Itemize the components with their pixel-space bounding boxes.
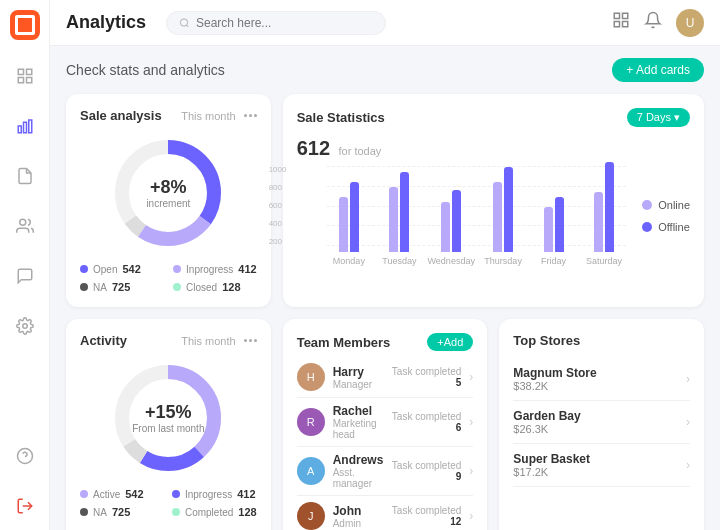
bar-wednesday-online — [441, 202, 450, 252]
legend-offline-label: Offline — [658, 221, 690, 233]
activity-donut-label: +15% From last month — [132, 402, 204, 434]
avatar-andrews: A — [297, 457, 325, 485]
stat-na: NA 725 — [80, 281, 163, 293]
sidebar-item-help[interactable] — [11, 442, 39, 470]
chevron-garden[interactable]: › — [686, 415, 690, 429]
window-icon[interactable] — [612, 11, 630, 34]
avatar-rachel: R — [297, 408, 325, 436]
sidebar-item-logout[interactable] — [11, 492, 39, 520]
activity-dots[interactable] — [244, 339, 257, 342]
member-info-harry: Harry Manager — [333, 365, 384, 390]
sidebar-item-messages[interactable] — [11, 262, 39, 290]
stat-inprogress-value: 412 — [238, 263, 256, 275]
legend-online-dot — [642, 200, 652, 210]
member-role-john: Admin — [333, 518, 384, 529]
search-input[interactable] — [196, 16, 373, 30]
member-info-rachel: Rachel Marketing head — [333, 404, 384, 440]
bar-thursday-offline — [504, 167, 513, 252]
team-header: Team Members +Add — [297, 333, 474, 351]
store-garden: Garden Bay $26.3K › — [513, 401, 690, 444]
member-info-andrews: Andrews Asst. manager — [333, 453, 384, 489]
chevron-basket[interactable]: › — [686, 458, 690, 472]
activity-sub: From last month — [132, 423, 204, 434]
bar-tuesday-label: Tuesday — [382, 256, 416, 266]
chevron-john[interactable]: › — [469, 509, 473, 523]
y-axis-labels: 1000 800 600 400 200 — [269, 166, 287, 246]
sidebar-item-settings[interactable] — [11, 312, 39, 340]
sale-analysis-period: This month — [181, 110, 235, 122]
stat-closed-label: Closed — [186, 282, 217, 293]
store-magnum: Magnum Store $38.2K › — [513, 358, 690, 401]
sale-analysis-stats: Open 542 Inprogress 412 NA 725 — [80, 263, 257, 293]
activity-title: Activity — [80, 333, 127, 348]
stat-closed-value: 128 — [222, 281, 240, 293]
stat-closed: Closed 128 — [173, 281, 257, 293]
store-info-garden: Garden Bay $26.3K — [513, 409, 580, 435]
team-member-harry: H Harry Manager Task completed 5 › — [297, 357, 474, 398]
search-bar[interactable] — [166, 11, 386, 35]
team-members-card: Team Members +Add H Harry Manager Task c… — [283, 319, 488, 530]
cards-grid: Sale analysis This month — [66, 94, 704, 530]
stat-na-label: NA — [93, 282, 107, 293]
main-content: Analytics U Che — [50, 0, 720, 530]
store-info-basket: Super Basket $17.2K — [513, 452, 590, 478]
chevron-andrews[interactable]: › — [469, 464, 473, 478]
store-info-magnum: Magnum Store $38.2K — [513, 366, 596, 392]
bar-thursday-online — [493, 182, 502, 252]
bar-friday-offline — [555, 197, 564, 252]
stat-na-value: 725 — [112, 281, 130, 293]
bar-tuesday-offline — [400, 172, 409, 252]
chevron-rachel[interactable]: › — [469, 415, 473, 429]
bar-saturday-online — [594, 192, 603, 252]
sidebar-item-files[interactable] — [11, 162, 39, 190]
svg-point-12 — [180, 18, 187, 25]
task-info-andrews: Task completed 9 — [392, 460, 461, 482]
stat-act-inprogress: Inprogress 412 — [172, 488, 257, 500]
bar-wednesday: Wednesday — [428, 167, 475, 266]
add-cards-button[interactable]: + Add cards — [612, 58, 704, 82]
bar-monday-label: Monday — [333, 256, 365, 266]
avatar-john: J — [297, 502, 325, 530]
period-button[interactable]: 7 Days ▾ — [627, 108, 690, 127]
store-value-basket: $17.2K — [513, 466, 590, 478]
header-actions: U — [612, 9, 704, 37]
team-title: Team Members — [297, 335, 391, 350]
bar-monday-offline — [350, 182, 359, 252]
bar-friday-online — [544, 207, 553, 252]
member-name-rachel: Rachel — [333, 404, 384, 418]
chevron-harry[interactable]: › — [469, 370, 473, 384]
sidebar-item-analytics[interactable] — [11, 112, 39, 140]
member-name-andrews: Andrews — [333, 453, 384, 467]
bar-thursday: Thursday — [481, 167, 525, 266]
add-member-button[interactable]: +Add — [427, 333, 473, 351]
bell-icon[interactable] — [644, 11, 662, 34]
bar-tuesday-online — [389, 187, 398, 252]
sale-statistics-card: Sale Statistics 7 Days ▾ 612 for today 1… — [283, 94, 704, 307]
top-stores-title: Top Stores — [513, 333, 580, 348]
store-name-basket: Super Basket — [513, 452, 590, 466]
chevron-magnum[interactable]: › — [686, 372, 690, 386]
user-avatar[interactable]: U — [676, 9, 704, 37]
sale-analysis-dots[interactable] — [244, 114, 257, 117]
svg-rect-5 — [23, 122, 26, 133]
svg-rect-2 — [18, 78, 23, 83]
activity-donut: +15% From last month — [80, 358, 257, 478]
bar-friday-label: Friday — [541, 256, 566, 266]
team-member-john: J John Admin Task completed 12 › — [297, 496, 474, 530]
sale-today-count: 612 — [297, 137, 330, 159]
member-role-rachel: Marketing head — [333, 418, 384, 440]
logo[interactable] — [10, 10, 40, 40]
stat-inprogress: Inprogress 412 — [173, 263, 257, 275]
bar-monday-online — [339, 197, 348, 252]
svg-rect-15 — [623, 13, 628, 18]
svg-rect-16 — [623, 22, 628, 27]
team-member-rachel: R Rachel Marketing head Task completed 6… — [297, 398, 474, 447]
avatar-harry: H — [297, 363, 325, 391]
sale-statistics-header: Sale Statistics 7 Days ▾ — [297, 108, 690, 127]
sidebar-item-users[interactable] — [11, 212, 39, 240]
stat-active: Active 542 — [80, 488, 162, 500]
sidebar-item-grid[interactable] — [11, 62, 39, 90]
sale-for-label: for today — [338, 145, 381, 157]
bar-thursday-label: Thursday — [484, 256, 522, 266]
team-member-andrews: A Andrews Asst. manager Task completed 9… — [297, 447, 474, 496]
